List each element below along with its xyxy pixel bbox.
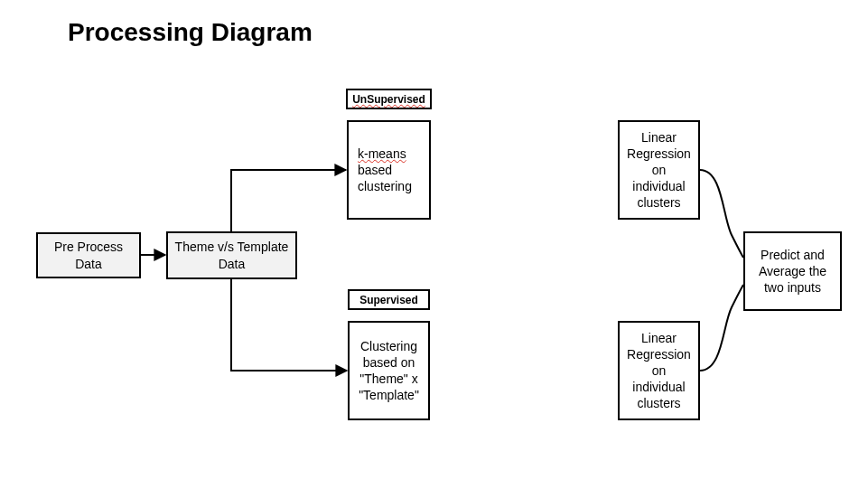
box-theme-template-label: Theme v/s Template Data (173, 239, 290, 271)
box-lr-top-label: Linear Regression on individual clusters (625, 129, 693, 212)
box-kmeans: k-means based clustering (347, 120, 431, 220)
box-kmeans-rest: based clustering (358, 163, 412, 193)
box-predict: Predict and Average the two inputs (743, 231, 842, 311)
label-unsupervised-text: UnSupervised (352, 93, 425, 106)
box-predict-label: Predict and Average the two inputs (751, 247, 835, 296)
box-theme-template: Theme v/s Template Data (166, 231, 297, 279)
label-supervised: Supervised (348, 289, 430, 310)
box-lr-bottom-label: Linear Regression on individual clusters (625, 330, 693, 412)
page-title: Processing Diagram (68, 18, 313, 47)
label-unsupervised: UnSupervised (346, 89, 432, 109)
box-lr-bottom: Linear Regression on individual clusters (618, 321, 700, 420)
box-clustering-theme-label: Clustering based on "Theme" x "Template" (355, 338, 423, 404)
box-kmeans-prefix: k-means (358, 146, 406, 161)
box-clustering-theme: Clustering based on "Theme" x "Template" (348, 321, 430, 420)
box-preprocess: Pre Process Data (36, 232, 141, 278)
box-lr-top: Linear Regression on individual clusters (618, 120, 700, 220)
label-supervised-text: Supervised (359, 294, 418, 306)
box-preprocess-label: Pre Process Data (43, 239, 134, 271)
